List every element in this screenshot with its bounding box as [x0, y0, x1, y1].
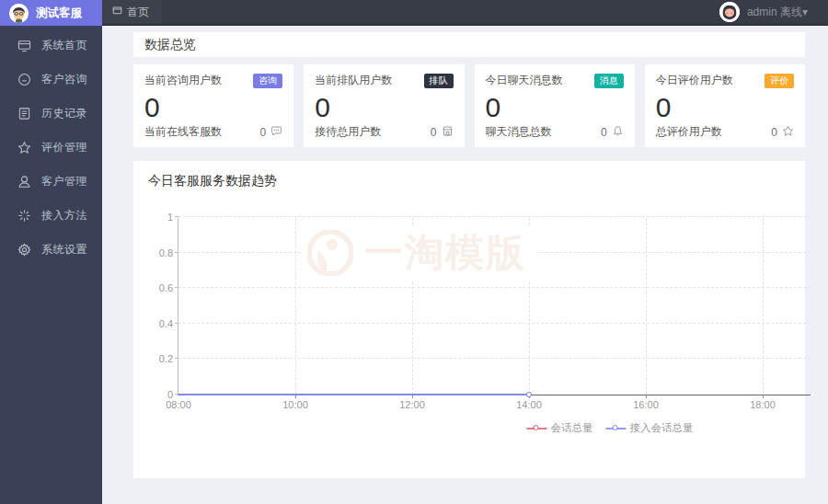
y-axis-tick-label: 0.6	[140, 282, 173, 293]
card-value: 0	[144, 92, 282, 122]
y-axis-tick	[175, 358, 178, 359]
logo-avatar	[9, 4, 29, 23]
legend-item[interactable]: 接入会话总量	[606, 421, 694, 435]
user-status: 离线	[780, 6, 802, 18]
x-axis-tick	[646, 395, 647, 398]
sidebar-item-label: 客户管理	[41, 174, 87, 189]
card-badge: 排队	[424, 74, 454, 88]
x-axis-tick-label: 14:00	[509, 399, 549, 410]
y-gridline	[178, 216, 811, 217]
plugin-icon	[17, 209, 31, 223]
app-title: 测试客服	[36, 6, 82, 21]
chart-legend: 会话总量接入会话总量	[527, 421, 694, 435]
card-sub-label: 接待总用户数	[315, 124, 381, 140]
tab-home[interactable]: 首页	[102, 0, 162, 24]
user-dropdown[interactable]: admin 离线▾	[719, 2, 828, 22]
star-outline-icon	[782, 125, 794, 140]
x-axis-tick	[763, 395, 764, 398]
y-axis-tick	[175, 216, 178, 217]
stat-card-3: 今日评价用户数评价0总评价用户数0	[645, 64, 805, 147]
card-label: 当前排队用户数	[315, 73, 392, 88]
chart-panel: 今日客服服务数据趋势 00.20.40.60.8108:0010:0012:00…	[133, 161, 805, 478]
document-icon	[17, 107, 31, 120]
card-sub-value: 0	[601, 126, 607, 139]
legend-line-marker-icon	[527, 425, 547, 432]
chevron-down-icon: ▾	[802, 6, 808, 18]
x-axis-tick-label: 08:00	[158, 399, 199, 410]
chat-icon	[270, 125, 282, 140]
line-chart-plot: 00.20.40.60.8108:0010:0012:0014:0016:001…	[178, 218, 811, 395]
y-axis-tick	[175, 323, 178, 324]
x-gridline	[295, 218, 296, 395]
stat-cards-row: 当前咨询用户数咨询0当前在线客服数0当前排队用户数排队0接待总用户数0今日聊天消…	[133, 64, 805, 147]
x-axis-tick-label: 12:00	[392, 399, 432, 410]
x-gridline	[763, 218, 764, 395]
y-axis-tick-label: 0.4	[140, 318, 173, 329]
series-end-marker	[526, 392, 532, 397]
sidebar-item-label: 系统设置	[41, 242, 87, 258]
y-axis-tick	[175, 252, 178, 253]
sidebar-item-label: 系统首页	[41, 38, 87, 53]
card-badge: 咨询	[253, 74, 282, 88]
user-icon	[17, 175, 31, 189]
tab-home-label: 首页	[127, 5, 149, 20]
shop-icon	[442, 125, 454, 140]
user-avatar	[719, 2, 740, 22]
card-sub-value: 0	[771, 126, 777, 139]
star-icon	[17, 141, 31, 155]
card-value: 0	[656, 92, 794, 122]
y-gridline	[178, 323, 811, 324]
card-badge: 消息	[594, 74, 624, 88]
user-name-status: admin 离线▾	[747, 5, 808, 20]
card-sub-label: 聊天消息总数	[486, 124, 552, 140]
legend-line-marker-icon	[606, 425, 627, 432]
user-name: admin	[747, 6, 777, 18]
x-axis-tick-label: 18:00	[742, 399, 783, 410]
sidebar: 测试客服 系统首页客户咨询历史记录评价管理客户管理接入方法系统设置	[0, 0, 102, 504]
y-gridline	[178, 287, 811, 288]
card-sub-value: 0	[431, 126, 437, 139]
y-axis-tick	[175, 287, 178, 288]
sidebar-item-settings[interactable]: 系统设置	[0, 233, 102, 267]
series-line	[178, 394, 529, 395]
card-sub-value: 0	[260, 126, 267, 139]
smiley-icon	[17, 73, 31, 86]
gear-icon	[17, 243, 31, 257]
overview-title: 数据总览	[133, 32, 805, 57]
sidebar-item-customer[interactable]: 客户管理	[0, 165, 102, 199]
card-label: 今日聊天消息数	[486, 73, 563, 88]
logo[interactable]: 测试客服	[0, 0, 102, 26]
sidebar-item-label: 接入方法	[41, 208, 87, 223]
legend-label: 会话总量	[551, 421, 593, 435]
legend-item[interactable]: 会话总量	[527, 421, 593, 435]
x-axis-tick-label: 16:00	[626, 399, 666, 410]
stat-card-1: 当前排队用户数排队0接待总用户数0	[304, 64, 464, 147]
card-label: 今日评价用户数	[656, 73, 733, 88]
sidebar-item-home[interactable]: 系统首页	[0, 29, 102, 63]
y-axis-tick-label: 0.2	[140, 353, 173, 364]
stat-card-2: 今日聊天消息数消息0聊天消息总数0	[475, 64, 635, 147]
bell-icon	[612, 125, 624, 140]
y-axis-tick-label: 1	[140, 212, 173, 223]
x-gridline	[646, 218, 647, 395]
sidebar-item-consult[interactable]: 客户咨询	[0, 63, 102, 97]
y-gridline	[178, 358, 811, 359]
stat-card-0: 当前咨询用户数咨询0当前在线客服数0	[133, 64, 293, 147]
card-value: 0	[486, 92, 624, 122]
sidebar-item-access[interactable]: 接入方法	[0, 199, 102, 233]
topbar: 首页 admin 离线▾	[102, 0, 828, 26]
chart-title: 今日客服服务数据趋势	[133, 161, 805, 189]
y-axis-tick-label: 0.8	[140, 247, 173, 258]
x-gridline	[412, 218, 413, 395]
card-sub-label: 当前在线客服数	[144, 124, 222, 140]
x-axis-tick-label: 10:00	[275, 399, 316, 410]
card-label: 当前咨询用户数	[144, 73, 222, 88]
sidebar-item-label: 评价管理	[41, 140, 87, 155]
legend-label: 接入会话总量	[630, 421, 694, 435]
card-badge: 评价	[765, 74, 794, 88]
sidebar-item-history[interactable]: 历史记录	[0, 97, 102, 131]
card-sub-label: 总评价用户数	[656, 124, 722, 140]
sidebar-item-review[interactable]: 评价管理	[0, 131, 102, 165]
card-value: 0	[315, 92, 453, 122]
desktop-icon	[17, 39, 31, 52]
